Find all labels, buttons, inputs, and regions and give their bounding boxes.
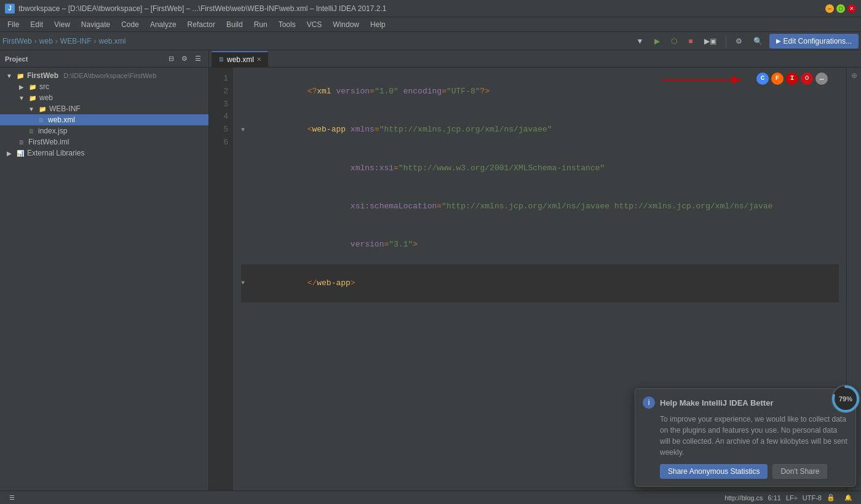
menu-edit[interactable]: Edit [25, 19, 48, 30]
code-text-2: <web-app xmlns="http://xmlns.jcp.org/xml… [250, 111, 839, 149]
breadcrumb-web[interactable]: web [39, 37, 53, 45]
minimize-button[interactable]: – [825, 4, 834, 13]
close-button[interactable]: ✕ [847, 4, 856, 13]
collapse-marker-6[interactable]: ▼ [241, 278, 250, 288]
menu-refactor[interactable]: Refactor [183, 19, 220, 30]
collapse-marker-3[interactable] [241, 163, 250, 173]
code-text-5: version="3.1"> [250, 226, 839, 264]
xml-bracket-close: > [413, 240, 418, 249]
progress-circle-container: 79% [830, 383, 861, 415]
window-title: tbworkspace – [D:\IDEA\tbworkspace] – [F… [18, 4, 386, 13]
menu-code[interactable]: Code [116, 19, 144, 30]
project-tree: ▼ 📁 FirstWeb D:\IDEA\tbworkspace\FirstWe… [0, 68, 208, 490]
xml-eq2: = [442, 87, 446, 96]
library-icon: 📊 [16, 149, 25, 157]
breadcrumb-firstweb[interactable]: FirstWeb [2, 37, 32, 45]
xml-bracket-6-end: > [351, 278, 355, 288]
status-position[interactable]: 6:11 [768, 494, 781, 502]
right-sidebar-scroll-icon[interactable]: ⊕ [849, 70, 860, 81]
chrome-icon[interactable]: C [756, 73, 769, 85]
top-toolbar: FirstWeb › web › WEB-INF › web.xml ▼ ▶ ⬡… [0, 32, 861, 50]
tab-bar: 🗎 web.xml ✕ [209, 50, 861, 68]
notifications-button[interactable]: 🔔 [840, 492, 856, 503]
tree-item-webinf[interactable]: ▼ 📁 WEB-INF [0, 103, 208, 114]
menu-run[interactable]: Run [249, 19, 272, 30]
collapse-marker-2[interactable]: ▼ [241, 125, 250, 135]
gear-icon[interactable]: ☰ [192, 53, 204, 65]
menu-navigate[interactable]: Navigate [76, 19, 115, 30]
menu-vcs[interactable]: VCS [302, 19, 327, 30]
tree-item-web[interactable]: ▼ 📁 web [0, 92, 208, 103]
toggle-sidebar-button[interactable]: ☰ [5, 492, 19, 503]
app-icon: J [5, 4, 15, 14]
menu-help[interactable]: Help [365, 19, 391, 30]
tree-label-firstweb: FirstWeb [27, 71, 58, 80]
browser-icons-panel: C F I O … [756, 73, 828, 85]
settings-button[interactable]: ⚙ [179, 53, 190, 65]
line-num-6: 6 [209, 136, 233, 149]
collapse-marker-4[interactable] [241, 202, 250, 211]
line-num-2: 2 [209, 85, 233, 98]
search-everywhere-button[interactable]: 🔍 [749, 34, 767, 48]
tree-item-firstweb[interactable]: ▼ 📁 FirstWeb D:\IDEA\tbworkspace\FirstWe… [0, 70, 208, 81]
notification-popup: i Help Make IntelliJ IDEA Better To impr… [635, 388, 856, 487]
ie-icon[interactable]: I [786, 73, 798, 85]
breadcrumb: FirstWeb › web › WEB-INF › web.xml [2, 37, 126, 45]
tree-item-indexjsp[interactable]: 🗎 index.jsp [0, 125, 208, 136]
menu-file[interactable]: File [2, 19, 24, 30]
toolbar-left: FirstWeb › web › WEB-INF › web.xml [2, 37, 126, 45]
xml-attr-encoding-val: "UTF-8" [446, 87, 480, 96]
run-button[interactable]: ▶ [650, 34, 664, 48]
maximize-button[interactable]: □ [836, 4, 845, 13]
tree-item-webxml[interactable]: 🗎 web.xml [0, 114, 208, 125]
run-config-dropdown[interactable]: ▼ [632, 34, 648, 48]
line-num-3: 3 [209, 98, 233, 111]
edit-configurations-button[interactable]: ▶ Edit Configurations... [769, 34, 859, 49]
collapse-marker-5[interactable] [241, 240, 250, 250]
opera-icon[interactable]: O [801, 73, 813, 85]
dont-share-button[interactable]: Don't Share [772, 464, 827, 479]
status-encoding[interactable]: UTF-8 [803, 494, 822, 502]
tree-item-external-libs[interactable]: ▶ 📊 External Libraries [0, 148, 208, 159]
collapse-all-button[interactable]: ⊟ [165, 53, 177, 65]
tree-item-src[interactable]: ▶ 📁 src [0, 81, 208, 92]
coverage-button[interactable]: ▶▣ [700, 34, 721, 48]
xml-attr-encoding: encoding [403, 87, 442, 96]
status-lf[interactable]: LF÷ [786, 494, 798, 502]
menu-tools[interactable]: Tools [274, 19, 301, 30]
xml-attr-version-val: "1.0" [375, 87, 399, 96]
menu-analyze[interactable]: Analyze [145, 19, 181, 30]
folder-icon: 📁 [28, 93, 37, 102]
build-button[interactable]: ⚙ [731, 34, 747, 48]
tree-item-firstwebiml[interactable]: 🗎 FirstWeb.iml [0, 136, 208, 148]
menu-build[interactable]: Build [221, 19, 248, 30]
breadcrumb-webinf[interactable]: WEB-INF [60, 37, 92, 45]
status-bar: ☰ http://blog.cs 6:11 LF÷ UTF-8 🔒 🔔 [0, 490, 861, 504]
stop-button[interactable]: ■ [684, 34, 697, 48]
xml-bracket: <? [308, 87, 317, 96]
code-line-3: xmlns:xsi="http://www.w3.org/2001/XMLSch… [241, 149, 839, 187]
share-statistics-button[interactable]: Share Anonymous Statistics [660, 464, 768, 479]
tab-close-webxml[interactable]: ✕ [256, 56, 261, 63]
menu-view[interactable]: View [49, 19, 75, 30]
collapse-icon: ▼ [5, 71, 14, 80]
notification-header: i Help Make IntelliJ IDEA Better [643, 396, 848, 409]
code-text-3: xmlns:xsi="http://www.w3.org/2001/XMLSch… [250, 149, 839, 187]
menu-window[interactable]: Window [328, 19, 364, 30]
breadcrumb-sep-2: › [55, 37, 58, 45]
line-numbers: 1 2 3 4 5 6 [209, 68, 234, 490]
xml-eq3: = [375, 125, 379, 134]
jsp-file-icon: 🗎 [27, 127, 36, 135]
breadcrumb-webxml[interactable]: web.xml [98, 37, 125, 45]
collapse-marker-1[interactable] [241, 87, 250, 96]
notification-body: To improve your experience, we would lik… [643, 414, 848, 458]
more-browsers-icon[interactable]: … [815, 73, 828, 85]
window-controls: – □ ✕ [825, 4, 856, 13]
xml-bracket-end: ?> [480, 87, 490, 96]
status-bar-left: ☰ [5, 492, 19, 503]
xml-space [346, 125, 351, 134]
tab-webxml[interactable]: 🗎 web.xml ✕ [212, 51, 268, 67]
xml-attr-space2 [399, 87, 403, 96]
debug-button[interactable]: ⬡ [667, 34, 681, 48]
firefox-icon[interactable]: F [771, 73, 784, 85]
